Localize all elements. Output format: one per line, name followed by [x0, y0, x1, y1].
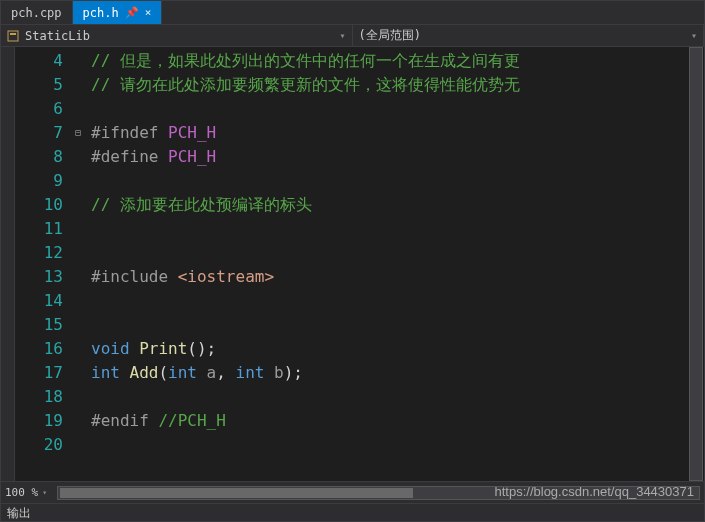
zoom-value[interactable]: 100 %	[5, 486, 38, 499]
chevron-down-icon[interactable]: ▾	[339, 30, 345, 41]
code-line[interactable]	[91, 97, 704, 121]
output-label: 输出	[7, 506, 31, 520]
fold-column: ⊟	[75, 47, 91, 481]
code-line[interactable]	[91, 433, 704, 457]
code-line[interactable]	[91, 169, 704, 193]
code-line[interactable]: #include <iostream>	[91, 265, 704, 289]
svg-rect-0	[8, 31, 18, 41]
scrollbar-thumb[interactable]	[60, 488, 413, 498]
line-number: 7	[15, 121, 63, 145]
project-icon	[7, 30, 19, 42]
code-line[interactable]	[91, 385, 704, 409]
output-panel-header[interactable]: 输出	[1, 503, 704, 521]
watermark-text: https://blog.csdn.net/qq_34430371	[495, 484, 695, 499]
nav-scope-right[interactable]: (全局范围) ▾	[353, 25, 705, 46]
tab-label: pch.cpp	[11, 6, 62, 20]
line-number: 6	[15, 97, 63, 121]
line-number: 11	[15, 217, 63, 241]
line-number: 15	[15, 313, 63, 337]
line-number: 19	[15, 409, 63, 433]
line-number: 16	[15, 337, 63, 361]
close-icon[interactable]: ×	[145, 6, 152, 19]
tab-active[interactable]: pch.h 📌 ×	[73, 1, 163, 24]
line-number: 9	[15, 169, 63, 193]
code-line[interactable]: #define PCH_H	[91, 145, 704, 169]
line-number: 10	[15, 193, 63, 217]
line-number: 12	[15, 241, 63, 265]
line-number: 18	[15, 385, 63, 409]
code-editor[interactable]: 4567891011121314151617181920 ⊟ // 但是，如果此…	[1, 47, 704, 481]
tab-bar: pch.cpp pch.h 📌 ×	[1, 1, 704, 25]
code-line[interactable]	[91, 313, 704, 337]
tab-label: pch.h	[83, 6, 119, 20]
line-number: 13	[15, 265, 63, 289]
line-number: 17	[15, 361, 63, 385]
fold-toggle-icon[interactable]: ⊟	[75, 121, 81, 145]
code-line[interactable]: void Print();	[91, 337, 704, 361]
code-line[interactable]: // 请勿在此处添加要频繁更新的文件，这将使得性能优势无	[91, 73, 704, 97]
pin-icon[interactable]: 📌	[125, 6, 139, 19]
code-line[interactable]: #endif //PCH_H	[91, 409, 704, 433]
chevron-down-icon[interactable]: ▾	[42, 488, 47, 497]
svg-rect-1	[10, 33, 16, 35]
code-line[interactable]	[91, 217, 704, 241]
code-line[interactable]: #ifndef PCH_H	[91, 121, 704, 145]
code-area[interactable]: // 但是，如果此处列出的文件中的任何一个在生成之间有更// 请勿在此处添加要频…	[91, 47, 704, 481]
chevron-down-icon[interactable]: ▾	[691, 30, 697, 41]
nav-bar: StaticLib ▾ (全局范围) ▾	[1, 25, 704, 47]
nav-scope-left[interactable]: StaticLib ▾	[1, 25, 353, 46]
line-number: 14	[15, 289, 63, 313]
code-line[interactable]: // 添加要在此处预编译的标头	[91, 193, 704, 217]
line-number: 20	[15, 433, 63, 457]
line-number-gutter: 4567891011121314151617181920	[15, 47, 75, 481]
code-line[interactable]: int Add(int a, int b);	[91, 361, 704, 385]
nav-right-label: (全局范围)	[359, 27, 421, 44]
margin-strip	[1, 47, 15, 481]
line-number: 4	[15, 49, 63, 73]
code-line[interactable]	[91, 289, 704, 313]
code-line[interactable]: // 但是，如果此处列出的文件中的任何一个在生成之间有更	[91, 49, 704, 73]
line-number: 5	[15, 73, 63, 97]
tab-inactive[interactable]: pch.cpp	[1, 1, 73, 24]
nav-left-label: StaticLib	[25, 29, 90, 43]
line-number: 8	[15, 145, 63, 169]
vertical-scrollbar[interactable]	[689, 47, 703, 481]
code-line[interactable]	[91, 241, 704, 265]
